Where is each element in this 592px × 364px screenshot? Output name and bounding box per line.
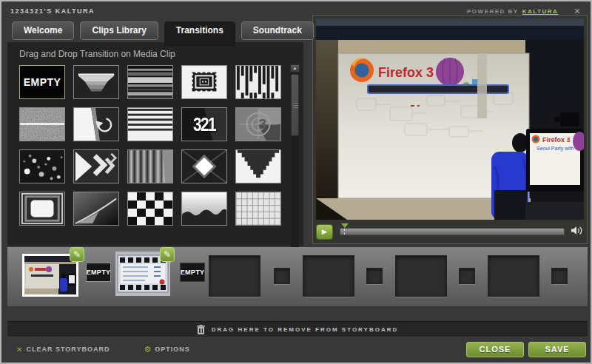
seek-bar[interactable] [340,228,565,235]
footer-bar: ✕ CLEAR STORYBOARD ⚙ OPTIONS CLOSE SAVE [7,339,588,360]
transition-tile-tv-frame[interactable] [19,192,65,226]
storyboard-placeholder-large[interactable] [488,255,539,297]
remove-drop-zone[interactable]: DRAG HERE TO REMOVE FROM STORYBOARD [7,321,588,337]
transition-tile-chevrons[interactable] [73,149,119,183]
transition-tile-countdown-321[interactable]: 321 [181,107,227,141]
storyboard-placeholder-large[interactable] [395,255,447,297]
transition-tile-label: 3 [236,108,280,141]
scroll-up-icon[interactable]: ▲ [290,64,300,73]
player-controls: ▶ [316,222,584,241]
transitions-panel: Drag and Drop Transition on Media Clip E… [7,42,303,246]
monitor-subtitle-text: Seoul Party with [536,146,574,152]
app-title: 1234321'S KALTURA [10,7,95,15]
kaltura-editor-window: 1234321'S KALTURA POWERED BY KALTURA ✕ W… [0,0,592,364]
transition-tile-static-noise[interactable] [19,107,65,141]
clear-x-icon: ✕ [16,346,22,354]
tab-bar: Welcome Clips Library Transitions Soundt… [12,21,314,47]
video-preview[interactable]: Firefox 3 [316,18,584,220]
transition-tile-box-3d[interactable] [73,65,119,99]
storyboard-placeholder-small[interactable] [551,268,568,284]
transition-tile-bubbles[interactable] [19,149,65,183]
volume-icon[interactable] [571,225,584,238]
transition-tile-diamond-shine[interactable] [181,149,227,183]
transition-tile-line-stripes[interactable] [127,107,173,141]
transition-tile-triangle-wipe[interactable] [235,149,281,183]
storyboard-placeholder-small[interactable] [274,268,290,284]
monitor-title-text: Firefox 3 [542,136,571,144]
playhead-marker[interactable] [341,223,349,228]
storyboard-placeholder-small[interactable] [459,268,475,284]
edit-clip-2-pencil-icon[interactable]: ✎ [160,247,175,262]
storyboard-placeholder-small[interactable] [366,268,383,284]
tab-soundtrack[interactable]: Soundtrack [241,21,314,40]
monitor: Firefox 3 Seoul Party with [525,129,584,220]
footer-actions: CLOSE SAVE [466,342,586,357]
transition-tile-curtain[interactable] [127,149,173,183]
transition-tile-checkerboard[interactable] [127,192,173,226]
edit-clip-1-pencil-icon[interactable]: ✎ [70,247,84,262]
clear-storyboard-label: CLEAR STORYBOARD [26,346,110,353]
scrollbar-grip [293,103,298,104]
storyboard-strip: ✎ EMPTY ✎ EMPTY [7,247,588,306]
video-panel: Firefox 3 [312,15,588,244]
transition-tile-melt-drips[interactable] [181,192,227,226]
trash-icon [197,325,205,334]
storyboard-placeholder-large[interactable] [303,255,354,297]
transition-tile-label: EMPTY [20,66,64,98]
transition-tile-grid-blocks[interactable] [235,192,281,226]
play-button[interactable]: ▶ [316,224,333,240]
remove-drop-label: DRAG HERE TO REMOVE FROM STORYBOARD [212,326,399,333]
transition-slot-2[interactable]: EMPTY [180,263,205,282]
kaltura-brand-link[interactable]: KALTURA [522,8,559,15]
storyboard-placeholder-large[interactable] [209,255,260,297]
options-button[interactable]: ⚙ OPTIONS [144,346,189,354]
clear-storyboard-button[interactable]: ✕ CLEAR STORYBOARD [16,346,110,354]
options-label: OPTIONS [155,346,190,353]
tab-clips-library[interactable]: Clips Library [80,21,158,40]
video-frame-graphic: Firefox 3 [316,18,584,220]
transition-slot-1[interactable]: EMPTY [86,263,111,282]
transition-tile-countdown-clock[interactable]: 3 [235,107,281,141]
tab-transitions[interactable]: Transitions [164,21,235,47]
transition-tile-page-curl[interactable] [73,192,119,226]
transition-tile-stamp-frame[interactable] [181,65,227,99]
close-button[interactable]: CLOSE [466,342,524,357]
transition-tile-empty[interactable]: EMPTY [19,65,65,99]
transition-tile-page-turn[interactable] [73,107,119,141]
tab-welcome[interactable]: Welcome [12,21,74,40]
powered-by-label: POWERED BY [467,8,519,15]
transitions-grid: EMPTY3213 [19,65,281,226]
transition-tile-label: 321 [186,108,222,141]
screen-title-text: Firefox 3 [378,65,434,80]
save-button[interactable]: SAVE [528,342,586,357]
playhead-line [344,229,345,235]
transitions-instruction: Drag and Drop Transition on Media Clip [19,49,175,59]
transition-tile-piano-bars[interactable] [235,65,281,99]
transitions-scrollbar[interactable]: ▲ ▼ [290,64,300,269]
scrollbar-thumb[interactable] [291,74,299,136]
gear-icon: ⚙ [144,346,151,354]
screen-banner-bar [368,85,508,93]
transition-tile-gray-bars[interactable] [127,65,173,99]
